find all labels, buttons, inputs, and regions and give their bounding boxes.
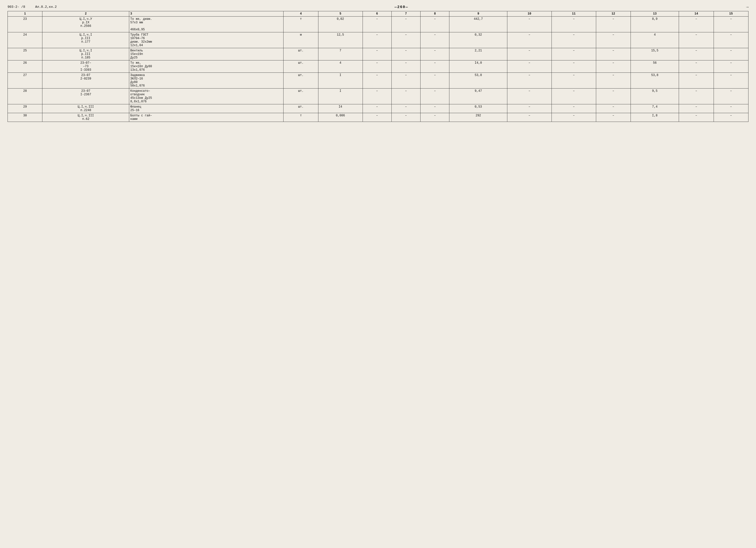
cell-6: – bbox=[363, 73, 391, 89]
cell-1: 28 bbox=[8, 89, 42, 104]
cell-5: I bbox=[318, 73, 363, 89]
col-header-12: 12 bbox=[596, 11, 631, 17]
col-header-10: 10 bbox=[507, 11, 552, 17]
cell-14: – bbox=[679, 89, 714, 104]
col-header-15: 15 bbox=[714, 11, 748, 17]
cell-7: – bbox=[391, 32, 420, 48]
cell-11: – bbox=[552, 89, 596, 104]
table-row: 2823–07 I-2367Конденсато– отводчик 45с13… bbox=[8, 89, 748, 104]
cell-12: – bbox=[596, 17, 631, 32]
cell-13: 7,4 bbox=[631, 104, 679, 113]
col-header-13: 13 bbox=[631, 11, 679, 17]
table-row: 29Ц.I,ч.III п.2248Фланец 25–16шт.I4–––0,… bbox=[8, 104, 748, 113]
cell-15: – bbox=[714, 104, 748, 113]
cell-5: I bbox=[318, 89, 363, 104]
cell-1: 29 bbox=[8, 104, 42, 113]
cell-8: – bbox=[421, 48, 449, 60]
cell-10: – bbox=[507, 104, 552, 113]
col-header-5: 5 bbox=[318, 11, 363, 17]
cell-12: – bbox=[596, 104, 631, 113]
cell-6: – bbox=[363, 32, 391, 48]
cell-2: Ц.I,ч.III п.2248 bbox=[42, 104, 129, 113]
cell-2: 23–07– –73 I-3393 bbox=[42, 60, 129, 73]
cell-5: 0,02 bbox=[318, 17, 363, 32]
cell-9: I4,0 bbox=[449, 60, 507, 73]
cell-3: То же, диам. 57х3 мм 466х0,95 bbox=[129, 17, 284, 32]
col-header-3: 3 bbox=[129, 11, 284, 17]
header-left: 903-2- /8 Ал.8.2,кн.2 bbox=[8, 5, 57, 9]
cell-5: I4 bbox=[318, 104, 363, 113]
cell-12: – bbox=[596, 48, 631, 60]
cell-3: То же, 15кч16п Ду80 13х1,076 bbox=[129, 60, 284, 73]
cell-15: – bbox=[714, 60, 748, 73]
page-number: —260— bbox=[394, 5, 408, 9]
cell-15: – bbox=[714, 89, 748, 104]
cell-7: – bbox=[391, 60, 420, 73]
cell-10: – bbox=[507, 32, 552, 48]
table-row: 25Ц.I,ч.I р.III п.185Вентиль 15кч19п Ду2… bbox=[8, 48, 748, 60]
cell-11: – bbox=[552, 32, 596, 48]
cell-2: Ц.I,ч.I р.III п.185 bbox=[42, 48, 129, 60]
cell-7: – bbox=[391, 48, 420, 60]
cell-2: Ц.I,ч.III п.62 bbox=[42, 113, 129, 122]
cell-15: – bbox=[714, 73, 748, 89]
cell-10: – bbox=[507, 113, 552, 122]
cell-6: – bbox=[363, 89, 391, 104]
cell-1: 27 bbox=[8, 73, 42, 89]
cell-10: – bbox=[507, 17, 552, 32]
cell-15: – bbox=[714, 32, 748, 48]
cell-9: 53,8 bbox=[449, 73, 507, 89]
cell-4: т bbox=[284, 113, 318, 122]
cell-8: – bbox=[421, 73, 449, 89]
cell-12: – bbox=[596, 73, 631, 89]
cell-14: – bbox=[679, 17, 714, 32]
cell-8: – bbox=[421, 17, 449, 32]
cell-8: – bbox=[421, 32, 449, 48]
col-header-11: 11 bbox=[552, 11, 596, 17]
cell-14: – bbox=[679, 73, 714, 89]
table-row: 23Ц.I,ч.У р.IX п.2566То же, диам. 57х3 м… bbox=[8, 17, 748, 32]
cell-8: – bbox=[421, 60, 449, 73]
cell-3: Болты с гай– ками bbox=[129, 113, 284, 122]
cell-5: 12,5 bbox=[318, 32, 363, 48]
page-header: 903-2- /8 Ал.8.2,кн.2 —260— → bbox=[8, 5, 748, 10]
table-row: 2623–07– –73 I-3393То же, 15кч16п Ду80 1… bbox=[8, 60, 748, 73]
cell-1: 24 bbox=[8, 32, 42, 48]
cell-6: – bbox=[363, 104, 391, 113]
cell-6: – bbox=[363, 60, 391, 73]
cell-7: – bbox=[391, 104, 420, 113]
cell-4: шт. bbox=[284, 104, 318, 113]
cell-15: – bbox=[714, 113, 748, 122]
cell-13: I,8 bbox=[631, 113, 679, 122]
cell-1: 25 bbox=[8, 48, 42, 60]
cell-8: – bbox=[421, 104, 449, 113]
cell-12: – bbox=[596, 89, 631, 104]
col-header-7: 7 bbox=[391, 11, 420, 17]
cell-5: 4 bbox=[318, 60, 363, 73]
cell-3: Труба ГОСТ 10704–76 диам. 32х2мм 12х1,04 bbox=[129, 32, 284, 48]
cell-15: – bbox=[714, 48, 748, 60]
cell-5: 0,006 bbox=[318, 113, 363, 122]
cell-15: – bbox=[714, 17, 748, 32]
table-row: 24Ц.I,ч.I р.III п.177Труба ГОСТ 10704–76… bbox=[8, 32, 748, 48]
cell-9: 442,7 bbox=[449, 17, 507, 32]
cell-11: – bbox=[552, 17, 596, 32]
cell-12: – bbox=[596, 32, 631, 48]
cell-14: – bbox=[679, 32, 714, 48]
cell-10: – bbox=[507, 73, 552, 89]
cell-4: шт. bbox=[284, 60, 318, 73]
cell-10: – bbox=[507, 48, 552, 60]
cell-14: – bbox=[679, 113, 714, 122]
cell-4: шт. bbox=[284, 89, 318, 104]
cell-13: 56 bbox=[631, 60, 679, 73]
cell-9: 9,47 bbox=[449, 89, 507, 104]
cell-13: 8,9 bbox=[631, 17, 679, 32]
cell-3: Задвижка ЗКЛ2–16 Ду80 50х1,076 bbox=[129, 73, 284, 89]
cell-8: – bbox=[421, 113, 449, 122]
cell-11: – bbox=[552, 113, 596, 122]
cell-12: – bbox=[596, 113, 631, 122]
cell-9: 0,53 bbox=[449, 104, 507, 113]
cell-7: – bbox=[391, 113, 420, 122]
cell-11: – bbox=[552, 104, 596, 113]
cell-13: 9,5 bbox=[631, 89, 679, 104]
